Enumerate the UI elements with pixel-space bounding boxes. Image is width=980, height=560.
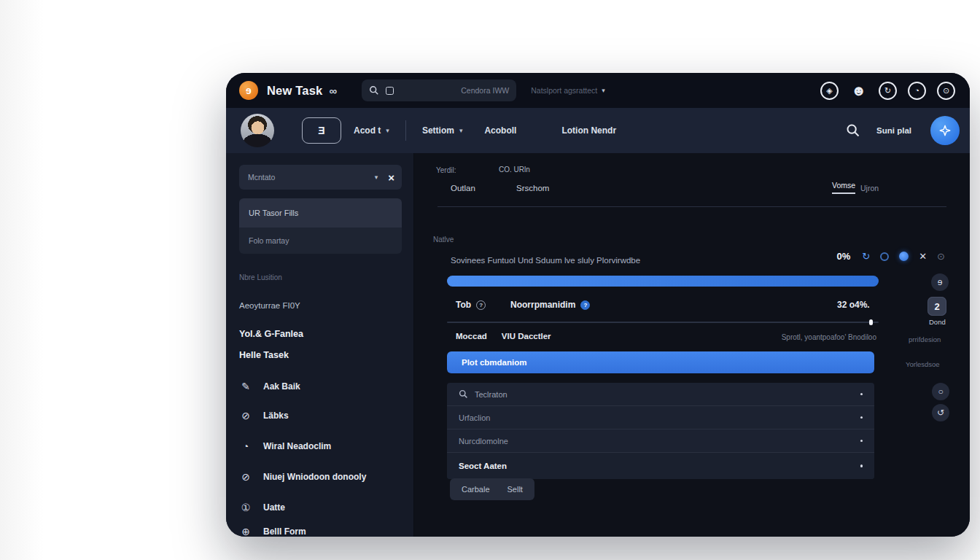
sidebar-group-helle[interactable]: Helle Tasek <box>239 350 402 360</box>
meta-value: CO. URln <box>499 166 530 174</box>
toolbar-right: Suni plal <box>846 116 960 145</box>
cancel-button[interactable]: Carbale <box>462 485 490 494</box>
plot-button[interactable]: Plot cbmdaniom <box>447 351 874 373</box>
clock-circle-icon: ◔ <box>239 440 252 452</box>
search-circle-icon[interactable]: ⊙ <box>937 82 955 100</box>
app-logo-icon[interactable]: ɘ <box>239 81 258 100</box>
sidebar-item-labks[interactable]: ⊘ Läbks <box>239 410 402 421</box>
list-item-selected[interactable]: Seoct Aaten <box>447 453 874 479</box>
note-glyph: Ǝ <box>318 125 324 136</box>
tab-ujron[interactable]: Ujron <box>860 184 879 192</box>
shortcut-key-icon <box>386 87 394 95</box>
sync-glyph: ↻ <box>884 87 891 95</box>
record-icon[interactable]: ○ <box>932 383 949 400</box>
rail-layers-glyph: ɘ <box>938 277 943 287</box>
avatar[interactable] <box>241 114 274 147</box>
toolbar-menu-acoboll[interactable]: Acoboll <box>484 125 516 136</box>
nav-dropdown[interactable]: Natslport agsrattect ▾ <box>525 86 611 95</box>
native-label: Natlve <box>433 236 454 244</box>
tob-label: Tob <box>456 300 471 310</box>
sidebar-section-label: Nbre Lusition <box>239 273 402 281</box>
rail-count-badge[interactable]: 2 <box>928 297 946 316</box>
recent-item-label: UR Tasor Fills <box>249 209 298 217</box>
sparkle-button[interactable] <box>930 116 960 145</box>
tab-srschom[interactable]: Srschom <box>516 184 549 192</box>
toolbar-menu-acod-label: Acod t <box>354 125 381 136</box>
progress-label-noorr: Noorrpmanidim ? <box>510 300 590 310</box>
status-actions: 0% ↻ ✕ ⊙ <box>836 251 945 262</box>
list-search-row[interactable]: Teclraton <box>447 383 874 406</box>
rail-badge-label: Dond <box>929 318 946 326</box>
sidebar-item-label: Niuej Wniodoon donooly <box>263 472 366 482</box>
global-search-input[interactable]: Cendora IWW <box>362 79 516 101</box>
toolbar-menu-settiom[interactable]: Settiom ▾ <box>422 125 463 136</box>
note-button[interactable]: Ǝ <box>302 117 341 144</box>
drag-dot-icon[interactable] <box>860 440 863 443</box>
rail-layers-icon[interactable]: ɘ <box>931 273 949 291</box>
detail-label-moccad[interactable]: Moccad <box>456 332 487 341</box>
list-item[interactable]: Urfaclion <box>447 406 874 429</box>
circle-outline-icon[interactable] <box>880 252 889 261</box>
slider-handle[interactable] <box>869 319 873 325</box>
detail-label-viu[interactable]: VIU Dacctler <box>502 332 551 341</box>
sparkle-icon <box>938 124 952 137</box>
list-item[interactable]: Folo martay <box>239 228 402 254</box>
sidebar-item-label: Belll Form <box>263 526 306 537</box>
detail-labels: Moccad VIU Dacctler <box>456 332 551 341</box>
sync-icon[interactable]: ↻ <box>879 82 897 100</box>
help-icon[interactable]: ? <box>476 300 486 310</box>
sidebar-item-wiral[interactable]: ◔ Wiral Neadoclim <box>239 440 402 452</box>
drag-dot-icon[interactable] <box>860 416 863 419</box>
history-glyph: ↺ <box>937 408 944 418</box>
sidebar-nav: ✎ Aak Baik ⊘ Läbks ◔ Wiral Neadoclim ⊘ N… <box>239 381 402 537</box>
list-item[interactable]: UR Tasor Fills <box>239 198 402 228</box>
filter-value: Mcntato <box>248 173 275 182</box>
chevron-down-icon: ▾ <box>386 127 389 134</box>
circle-filled-icon[interactable] <box>899 252 909 261</box>
meta-label: Yerdil: <box>436 166 456 174</box>
record-glyph: ○ <box>938 386 943 397</box>
tab-vomse[interactable]: Vomse <box>832 181 855 194</box>
target-icon[interactable]: ⊙ <box>937 252 945 261</box>
search-icon[interactable] <box>846 123 860 138</box>
timer-glyph: ◔ <box>914 87 919 95</box>
sidebar-item-belll-form[interactable]: ⊕ Belll Form <box>239 526 402 537</box>
close-icon[interactable]: × <box>388 171 394 184</box>
window-body: Mcntato ▾ × UR Tasor Fills Folo martay N… <box>226 153 970 537</box>
drag-dot-icon[interactable] <box>860 464 863 467</box>
badge-icon[interactable]: ◈ <box>820 82 839 100</box>
sidebar-item-niuej[interactable]: ⊘ Niuej Wniodoon donooly <box>239 471 402 483</box>
slash-circle-icon: ⊘ <box>239 471 252 483</box>
sidebar-item-uatte[interactable]: ① Uatte <box>239 502 402 513</box>
sidebar-sub-label[interactable]: Aeoyturrae FI0Y <box>239 301 402 310</box>
history-icon[interactable]: ↺ <box>932 404 949 421</box>
toolbar-menu-acod[interactable]: Acod t ▾ <box>354 125 389 136</box>
range-slider[interactable] <box>447 322 879 323</box>
tab-outlan[interactable]: Outlan <box>451 184 475 192</box>
user-cam-icon[interactable]: ☻ <box>849 82 868 100</box>
progress-bar <box>447 276 879 287</box>
drag-dot-icon[interactable] <box>860 393 863 396</box>
info-badge-icon[interactable]: ? <box>580 300 590 310</box>
toolbar-menu-acoboll-label: Acoboll <box>484 125 516 136</box>
page-title: New Task <box>267 84 323 98</box>
sidebar-group-yol[interactable]: Yol.& G-Fanlea <box>239 329 402 339</box>
list-item-label: Nurcdlomolne <box>459 437 508 446</box>
noorr-label: Noorrpmanidim <box>510 300 575 310</box>
list-item[interactable]: Nurcdlomolne <box>447 429 874 453</box>
top-bar: ɘ New Task ∞ Cendora IWW Natslport agsra… <box>226 73 970 108</box>
percent-value: 0% <box>836 251 850 262</box>
refresh-icon[interactable]: ↻ <box>862 252 870 261</box>
submit-button[interactable]: Sellt <box>508 485 523 494</box>
toolbar-right-label: Suni plal <box>876 126 911 135</box>
tools-icon[interactable]: ✕ <box>919 252 927 261</box>
toolbar: Ǝ Acod t ▾ Settiom ▾ Acoboll Lotion Nend… <box>226 108 970 153</box>
nav-dropdown-label: Natslport agsrattect <box>531 86 597 95</box>
toolbar-menu-lotion[interactable]: Lotion Nendr <box>561 125 616 136</box>
sidebar-filter-select[interactable]: Mcntato ▾ × <box>239 165 402 190</box>
sidebar-item-aak-baik[interactable]: ✎ Aak Baik <box>239 381 402 392</box>
app-window: ɘ New Task ∞ Cendora IWW Natslport agsra… <box>226 73 970 537</box>
toolbar-menu-lotion-label: Lotion Nendr <box>561 125 616 136</box>
list-item-label: Teclraton <box>475 390 508 399</box>
timer-icon[interactable]: ◔ <box>908 82 926 100</box>
